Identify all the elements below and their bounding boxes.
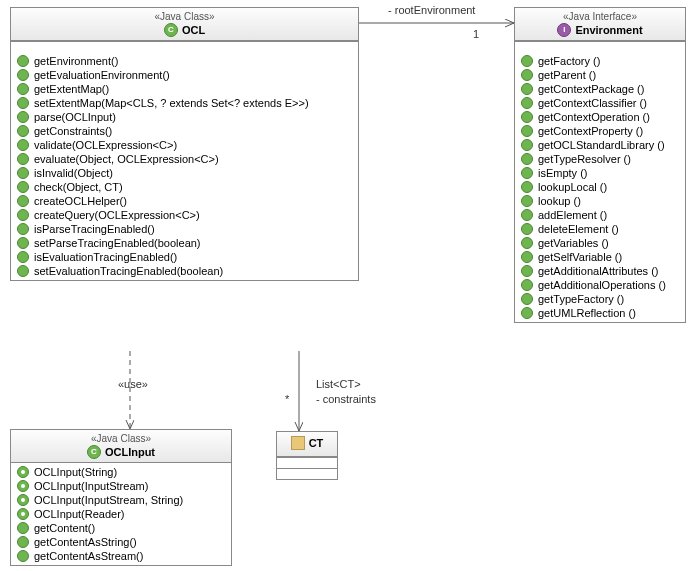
class-oclinput-stereo: «Java Class» (11, 433, 231, 444)
member-label: getParent () (538, 69, 596, 81)
method-icon (17, 223, 29, 235)
member-row: isInvalid(Object) (11, 166, 358, 180)
member-label: lookupLocal () (538, 181, 607, 193)
assoc-root-role: - rootEnvironment (388, 4, 475, 16)
member-row: getAdditionalAttributes () (515, 264, 685, 278)
member-label: getContentAsString() (34, 536, 137, 548)
interface-env-methods: getFactory ()getParent ()getContextPacka… (515, 52, 685, 322)
method-icon (17, 265, 29, 277)
member-label: evaluate(Object, OCLExpression<C>) (34, 153, 219, 165)
method-icon (17, 251, 29, 263)
member-label: getConstraints() (34, 125, 112, 137)
method-icon (521, 153, 533, 165)
method-icon (521, 251, 533, 263)
member-label: createOCLHelper() (34, 195, 127, 207)
member-row: parse(OCLInput) (11, 110, 358, 124)
class-oclinput-members: OCLInput(String)OCLInput(InputStream)OCL… (11, 463, 231, 565)
member-row: setParseTracingEnabled(boolean) (11, 236, 358, 250)
member-label: createQuery(OCLExpression<C>) (34, 209, 200, 221)
member-row: lookupLocal () (515, 180, 685, 194)
method-icon (17, 69, 29, 81)
class-ct[interactable]: CT (276, 431, 338, 480)
method-icon (17, 153, 29, 165)
member-row: getContextPackage () (515, 82, 685, 96)
member-label: getContent() (34, 522, 95, 534)
member-label: getVariables () (538, 237, 609, 249)
member-row: getContentAsString() (11, 535, 231, 549)
method-icon (17, 97, 29, 109)
class-ocl-stereo: «Java Class» (11, 11, 358, 22)
member-label: OCLInput(InputStream, String) (34, 494, 183, 506)
member-row: deleteElement () (515, 222, 685, 236)
member-label: isInvalid(Object) (34, 167, 113, 179)
use-label: «use» (118, 378, 148, 390)
method-icon (17, 167, 29, 179)
member-row: getEnvironment() (11, 54, 358, 68)
member-row: isEmpty () (515, 166, 685, 180)
method-icon (17, 139, 29, 151)
member-row: getUMLReflection () (515, 306, 685, 320)
method-icon (17, 55, 29, 67)
class-oclinput-title: COCLInput (87, 445, 155, 459)
member-row: isParseTracingEnabled() (11, 222, 358, 236)
member-row: OCLInput(Reader) (11, 507, 231, 521)
member-row: evaluate(Object, OCLExpression<C>) (11, 152, 358, 166)
method-icon (521, 279, 533, 291)
member-label: setExtentMap(Map<CLS, ? extends Set<? ex… (34, 97, 309, 109)
datatype-icon (291, 436, 305, 450)
method-icon (17, 550, 29, 562)
method-icon (521, 55, 533, 67)
member-row: setEvaluationTracingEnabled(boolean) (11, 264, 358, 278)
member-label: addElement () (538, 209, 607, 221)
member-label: lookup () (538, 195, 581, 207)
member-row: getAdditionalOperations () (515, 278, 685, 292)
member-row: getConstraints() (11, 124, 358, 138)
member-label: getContextClassifier () (538, 97, 647, 109)
method-icon (521, 125, 533, 137)
method-icon (17, 536, 29, 548)
method-icon (521, 97, 533, 109)
method-icon (521, 307, 533, 319)
member-row: getParent () (515, 68, 685, 82)
member-label: getContextProperty () (538, 125, 643, 137)
method-icon (521, 181, 533, 193)
class-icon: C (87, 445, 101, 459)
class-ocl[interactable]: «Java Class» COCL getEnvironment()getEva… (10, 7, 359, 281)
interface-env[interactable]: «Java Interface» IEnvironment getFactory… (514, 7, 686, 323)
assoc-root-mult: 1 (473, 28, 479, 40)
member-label: getUMLReflection () (538, 307, 636, 319)
class-ct-c1 (277, 457, 337, 468)
class-oclinput[interactable]: «Java Class» COCLInput OCLInput(String)O… (10, 429, 232, 566)
class-ocl-attrs (11, 41, 358, 52)
interface-env-attrs (515, 41, 685, 52)
constructor-icon (17, 466, 29, 478)
constructor-icon (17, 508, 29, 520)
method-icon (521, 293, 533, 305)
class-icon: C (164, 23, 178, 37)
method-icon (17, 125, 29, 137)
method-icon (17, 83, 29, 95)
assoc-constraints-type: List<CT> (316, 378, 361, 390)
assoc-constraints-role: - constraints (316, 393, 376, 405)
member-row: getContent() (11, 521, 231, 535)
constructor-icon (17, 494, 29, 506)
method-icon (17, 237, 29, 249)
method-icon (17, 209, 29, 221)
class-ct-name: CT (309, 437, 324, 449)
interface-env-stereo: «Java Interface» (515, 11, 685, 22)
member-row: setExtentMap(Map<CLS, ? extends Set<? ex… (11, 96, 358, 110)
member-label: deleteElement () (538, 223, 619, 235)
class-oclinput-head: «Java Class» COCLInput (11, 430, 231, 463)
class-ocl-name: OCL (182, 24, 205, 36)
method-icon (17, 111, 29, 123)
method-icon (521, 223, 533, 235)
member-label: OCLInput(String) (34, 466, 117, 478)
member-row: getVariables () (515, 236, 685, 250)
method-icon (521, 111, 533, 123)
member-label: getOCLStandardLibrary () (538, 139, 665, 151)
member-label: getExtentMap() (34, 83, 109, 95)
member-row: check(Object, CT) (11, 180, 358, 194)
member-label: getContextOperation () (538, 111, 650, 123)
method-icon (521, 237, 533, 249)
member-row: getTypeFactory () (515, 292, 685, 306)
